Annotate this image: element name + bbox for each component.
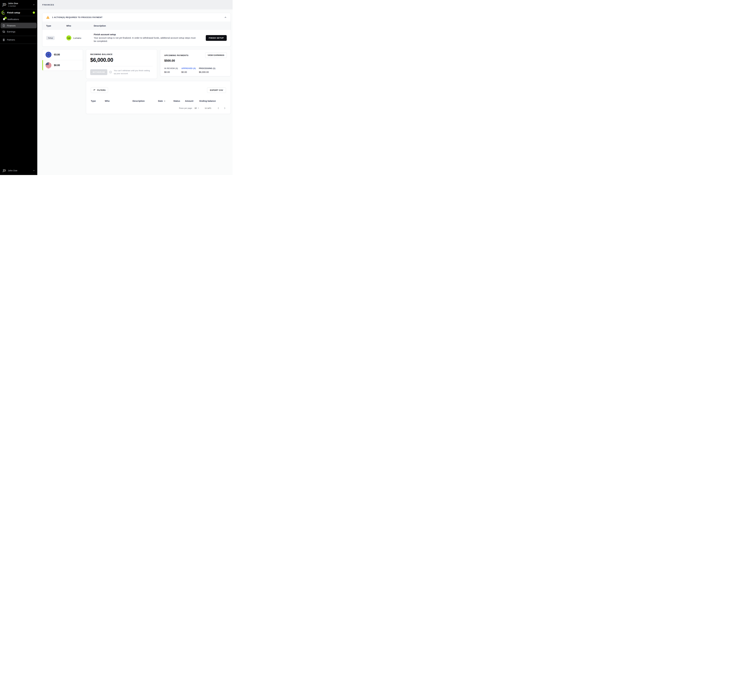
column-header-ending-balance: Ending balance bbox=[200, 100, 226, 102]
bell-icon: 3 bbox=[2, 18, 6, 21]
account-member-count: 1 member bbox=[8, 5, 18, 7]
usd-balance: $0.00 bbox=[54, 64, 60, 67]
upcoming-payments-label: UPCOMING PAYMENTS bbox=[164, 54, 188, 56]
notifications-badge: 3 bbox=[4, 17, 7, 19]
stat-in-review-value: $0.00 bbox=[164, 71, 181, 73]
description-body: Your account setup is not yet finalized.… bbox=[94, 36, 197, 43]
footer-logo: JD bbox=[3, 169, 6, 172]
avatar: Lu bbox=[66, 35, 71, 40]
chevron-up-icon[interactable] bbox=[224, 16, 227, 19]
who-name: Lumanu bbox=[73, 37, 81, 39]
chevron-down-icon bbox=[33, 3, 35, 6]
us-flag-icon bbox=[46, 62, 51, 68]
date-label: Date bbox=[158, 100, 163, 102]
incoming-balance-amount: $6,000.00 bbox=[90, 57, 153, 63]
description-title: Finish account setup bbox=[94, 33, 206, 36]
sidebar-item-label: Partners bbox=[7, 39, 15, 41]
column-header-description: Description bbox=[132, 100, 158, 102]
stat-processing-value: $6,000.00 bbox=[199, 71, 227, 73]
column-header-who: Who bbox=[105, 100, 132, 102]
sort-descending-arrow-icon bbox=[164, 100, 166, 102]
action-table-header: Type Who Description bbox=[42, 22, 230, 30]
currency-row-usd[interactable]: $0.00 bbox=[42, 60, 83, 71]
column-header-type: Type bbox=[91, 100, 105, 102]
incoming-balance-card: INCOMING BALANCE $6,000.00 WITHDRAW You … bbox=[86, 49, 157, 79]
sidebar-item-label: Finances bbox=[7, 25, 16, 27]
next-page-button[interactable] bbox=[223, 107, 226, 109]
incoming-balance-label: INCOMING BALANCE bbox=[90, 53, 153, 56]
withdraw-note: You can’t withdraw until you finish sett… bbox=[114, 69, 152, 75]
action-required-panel: 1 ACTION(S) REQUIRED TO PROCESS PAYMENT … bbox=[42, 13, 231, 47]
setup-progress-ring-icon: 20% bbox=[1, 10, 6, 15]
stat-approved-value: $0.00 bbox=[181, 71, 199, 73]
eur-balance: €0.00 bbox=[54, 53, 60, 56]
sidebar-item-notifications[interactable]: 3 Notifications bbox=[0, 16, 37, 22]
column-header-amount: Amount bbox=[185, 100, 200, 102]
stat-in-review-label: IN REVIEW (0) bbox=[164, 67, 181, 69]
footer-account-switcher[interactable]: JD John Doe bbox=[0, 166, 37, 175]
main-area: FINANCES 1 ACTION(S) REQUIRED TO PROCESS… bbox=[37, 0, 233, 175]
pagination: Rows per page: 10 1-1 of 1 bbox=[91, 107, 226, 109]
page-title: FINANCES bbox=[42, 4, 54, 6]
pagination-range: 1-1 of 1 bbox=[205, 107, 211, 109]
type-chip: Setup bbox=[46, 36, 55, 40]
sidebar-item-label: Notifications bbox=[7, 18, 19, 21]
stat-processing-label: PROCESSING (1) bbox=[199, 67, 227, 69]
sidebar-item-finish-setup[interactable]: 20% Finish setup bbox=[0, 9, 37, 16]
export-csv-button[interactable]: EXPORT CSV bbox=[207, 87, 226, 93]
footer-account-name: John Doe bbox=[8, 169, 18, 172]
filters-button[interactable]: FILTERS bbox=[91, 87, 108, 93]
sidebar-item-partners[interactable]: Partners bbox=[0, 36, 37, 44]
eu-flag-icon: ★ ★ ★ ★ ★ ★ ★ ★ ★ ★ bbox=[46, 52, 51, 57]
sidebar-item-label: Earnings bbox=[7, 31, 15, 33]
transactions-table-header: Type Who Description Date Status Amount bbox=[91, 100, 226, 102]
svg-text:★: ★ bbox=[48, 56, 49, 57]
partners-badge-icon bbox=[2, 38, 5, 41]
content: 1 ACTION(S) REQUIRED TO PROCESS PAYMENT … bbox=[37, 9, 233, 175]
column-header-date-sort[interactable]: Date bbox=[158, 100, 173, 102]
upcoming-payments-amount: $500.00 bbox=[164, 59, 227, 62]
filter-icon bbox=[93, 89, 95, 91]
previous-page-button[interactable] bbox=[217, 107, 220, 109]
action-panel-title: 1 ACTION(S) REQUIRED TO PROCESS PAYMENT bbox=[52, 16, 103, 18]
currency-row-eur[interactable]: ★ ★ ★ ★ ★ ★ ★ ★ ★ ★ bbox=[42, 49, 83, 60]
column-header-description: Description bbox=[94, 25, 227, 27]
warning-triangle-icon bbox=[46, 16, 50, 19]
column-header-who: Who bbox=[66, 25, 94, 27]
table-row: Setup Lu Lumanu Finish account setup You… bbox=[42, 30, 230, 47]
column-header-type: Type bbox=[46, 25, 66, 27]
rows-per-page-label: Rows per page: bbox=[179, 107, 192, 109]
withdraw-button[interactable]: WITHDRAW bbox=[90, 69, 107, 75]
finish-setup-button[interactable]: FINISH SETUP bbox=[206, 35, 227, 41]
topbar: FINANCES bbox=[37, 0, 233, 9]
rows-per-page-value: 10 bbox=[194, 107, 197, 109]
rows-per-page-select[interactable]: 10 bbox=[194, 107, 199, 109]
stat-approved-label[interactable]: APPROVED (0) bbox=[181, 67, 199, 69]
select-caret-icon bbox=[198, 107, 199, 109]
svg-text:$: $ bbox=[3, 25, 4, 26]
account-logo: JD bbox=[3, 3, 6, 6]
currency-balances-card: ★ ★ ★ ★ ★ ★ ★ ★ ★ ★ bbox=[42, 49, 83, 71]
sidebar: JD John Doe 1 member 20% Finish setup bbox=[0, 0, 37, 175]
upcoming-payments-card: UPCOMING PAYMENTS VIEW EARNINGS $500.00 … bbox=[160, 49, 231, 76]
sidebar-item-finances[interactable]: $ Finances bbox=[1, 23, 37, 28]
sidebar-item-earnings[interactable]: Earnings bbox=[0, 28, 37, 35]
filters-label: FILTERS bbox=[97, 89, 106, 91]
account-name: John Doe bbox=[8, 2, 18, 4]
transactions-card: FILTERS EXPORT CSV Type Who Description … bbox=[86, 81, 231, 114]
account-switcher[interactable]: JD John Doe 1 member bbox=[0, 0, 37, 9]
view-earnings-button[interactable]: VIEW EARNINGS bbox=[205, 53, 227, 58]
app-window: JD John Doe 1 member 20% Finish setup bbox=[0, 0, 233, 175]
finances-document-icon: $ bbox=[2, 24, 5, 27]
info-icon[interactable] bbox=[109, 71, 112, 74]
status-dot-icon bbox=[33, 12, 35, 14]
earnings-icon bbox=[2, 30, 5, 33]
setup-progress-value: 20% bbox=[1, 10, 6, 15]
column-header-status: Status bbox=[173, 100, 185, 102]
chevron-down-icon bbox=[33, 169, 35, 172]
finish-setup-label: Finish setup bbox=[7, 11, 20, 14]
